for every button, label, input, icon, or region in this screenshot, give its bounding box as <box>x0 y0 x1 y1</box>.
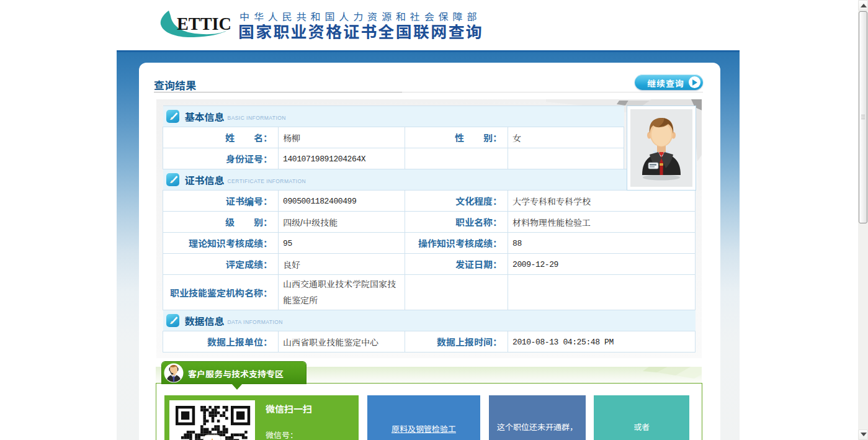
svg-text:ETTIC: ETTIC <box>177 13 231 34</box>
